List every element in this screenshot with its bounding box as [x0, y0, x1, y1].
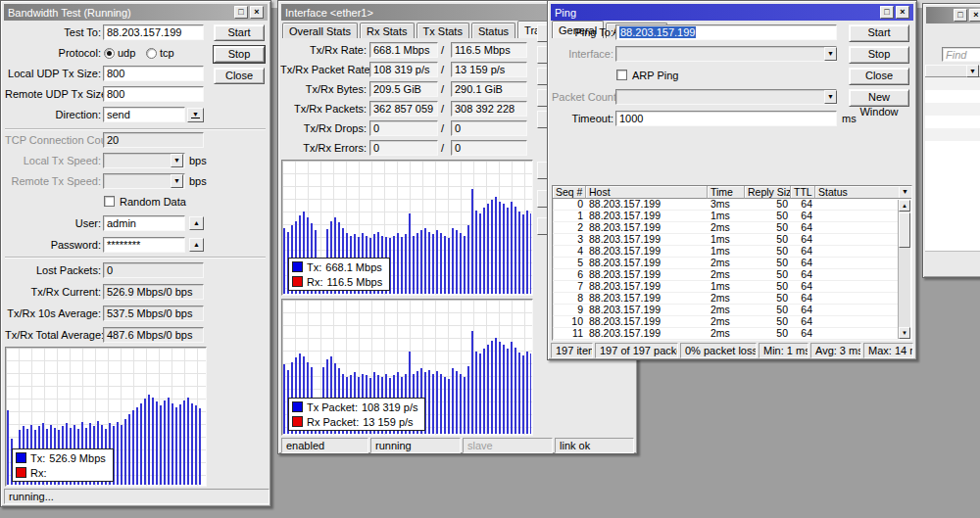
udp-radio[interactable]: [104, 48, 115, 59]
ping-result-row[interactable]: 988.203.157.1992ms5064: [553, 305, 899, 316]
ping-start-button[interactable]: Start: [849, 24, 909, 42]
ping-result-row[interactable]: 688.203.157.1992ms5064: [553, 269, 899, 281]
ping-cell: 2ms: [708, 328, 745, 339]
ping-cell: 50: [745, 234, 791, 245]
close-icon[interactable]: ×: [250, 6, 264, 19]
col-reply-size[interactable]: Reply Size: [745, 186, 791, 199]
table-header: Seq # / Host Time Reply Size TTL Status …: [553, 186, 911, 199]
vertical-scrollbar[interactable]: ▲ ▼: [898, 200, 910, 339]
maximize-icon[interactable]: □: [880, 6, 894, 19]
arp-ping-checkbox[interactable]: [616, 70, 627, 80]
ping-cell: 88.203.157.199: [586, 199, 708, 210]
remote-bps-label: bps: [189, 173, 207, 189]
ping-result-row[interactable]: 288.203.157.1992ms5064: [553, 222, 899, 234]
user-expand-icon[interactable]: ▲: [189, 216, 204, 230]
start-button[interactable]: Start: [214, 24, 265, 41]
column-filter-icon[interactable]: ▼: [899, 186, 911, 199]
new-window-button[interactable]: New Window: [849, 89, 909, 107]
ms-label: ms: [842, 111, 857, 126]
remote-udp-tx-size-input[interactable]: 800: [103, 86, 204, 102]
scrollbar-thumb[interactable]: [899, 212, 910, 248]
maximize-icon[interactable]: □: [954, 9, 967, 22]
tab-tx-stats[interactable]: Tx Stats: [416, 23, 469, 38]
direction-dropdown-icon[interactable]: ▼: [187, 108, 204, 122]
close-icon[interactable]: ×: [896, 6, 909, 19]
status-text: running...: [4, 489, 270, 504]
ping-result-row[interactable]: 188.203.157.1991ms5064: [553, 211, 899, 222]
ping-result-row[interactable]: 788.203.157.1991ms5064: [553, 281, 899, 293]
tx-legend-label: Tx:: [30, 452, 45, 464]
ping-cell: [815, 281, 899, 292]
ping-cell: 50: [745, 211, 791, 221]
ping-cell: 0: [553, 199, 586, 210]
close-button[interactable]: Close: [214, 68, 265, 84]
txrx-total-average-label: Tx/Rx Total Average:: [5, 327, 101, 343]
col-seq[interactable]: Seq # /: [553, 186, 586, 199]
test-to-input[interactable]: 88.203.157.199: [103, 24, 204, 40]
tx-legend-label: Tx Packet:: [307, 401, 358, 413]
ping-titlebar[interactable]: Ping □ ×: [551, 4, 913, 21]
password-input[interactable]: ********: [103, 237, 185, 253]
tx-legend-value: 108 319 p/s: [362, 401, 418, 413]
test-to-label: Test To:: [5, 24, 101, 40]
side-list-area[interactable]: [925, 77, 980, 251]
ping-stop-button[interactable]: Stop: [849, 46, 909, 64]
password-expand-icon[interactable]: ▲: [189, 238, 204, 252]
ping-to-input[interactable]: 88.203.157.199: [615, 24, 837, 40]
status-enabled: enabled: [281, 438, 368, 453]
timeout-input[interactable]: 1000: [615, 111, 837, 126]
packet-count-dropdown-icon[interactable]: ▼: [824, 90, 837, 104]
ping-results-table: Seq # / Host Time Reply Size TTL Status …: [552, 185, 912, 341]
ping-result-row[interactable]: 888.203.157.1992ms5064: [553, 293, 899, 305]
ping-cell: 88.203.157.199: [586, 293, 708, 304]
rx-legend-label: Rx Packet:: [307, 416, 359, 428]
ping-cell: 64: [791, 211, 815, 221]
bandwidth-titlebar[interactable]: Bandwidth Test (Running) □ ×: [4, 4, 268, 21]
maximize-icon[interactable]: □: [234, 6, 248, 19]
ping-close-button[interactable]: Close: [849, 68, 909, 85]
tab-rx-stats[interactable]: Rx Stats: [360, 23, 415, 38]
interface-statusbar: enabled running slave link ok: [281, 438, 634, 453]
ping-cell: 88.203.157.199: [586, 258, 708, 268]
rx-legend-label: Rx:: [307, 276, 323, 288]
tab-status[interactable]: Status: [471, 23, 515, 38]
rx-packets-value: 308 392 228: [451, 101, 527, 117]
ping-result-row[interactable]: 488.203.157.1991ms5064: [553, 246, 899, 258]
side-filter-icon[interactable]: ▼: [966, 65, 979, 77]
tab-overall-stats[interactable]: Overall Stats: [282, 23, 358, 38]
timeout-label: Timeout:: [552, 111, 613, 126]
rx-legend-label: Rx:: [30, 467, 47, 479]
ping-result-row[interactable]: 1188.203.157.1992ms5064: [553, 328, 899, 340]
txrx-current-value: 526.9 Mbps/0 bps: [103, 284, 204, 300]
local-udp-tx-size-input[interactable]: 800: [103, 66, 204, 81]
ping-window: Ping □ × General Advanced Ping To: 88.20…: [547, 0, 917, 360]
tcp-radio[interactable]: [146, 48, 157, 59]
find-input[interactable]: Find: [942, 47, 980, 62]
ping-cell: 3: [553, 234, 586, 245]
window-title: Bandwidth Test (Running): [8, 7, 232, 19]
side-window-titlebar[interactable]: □ ×: [926, 7, 980, 24]
ping-result-row[interactable]: 388.203.157.1991ms5064: [553, 234, 899, 246]
user-input[interactable]: admin: [103, 215, 185, 231]
bandwidth-test-window: Bandwidth Test (Running) □ × Test To: 88…: [0, 0, 271, 507]
ping-cell: [815, 305, 899, 315]
ping-result-row[interactable]: 088.203.157.1993ms5064: [553, 199, 899, 211]
scroll-up-icon[interactable]: ▲: [899, 200, 910, 212]
ping-result-row[interactable]: 588.203.157.1992ms5064: [553, 258, 899, 269]
stop-button[interactable]: Stop: [214, 46, 265, 63]
col-host[interactable]: Host: [586, 186, 708, 199]
col-time[interactable]: Time: [708, 186, 745, 199]
ping-cell: 2ms: [708, 258, 745, 268]
col-status[interactable]: Status: [815, 186, 899, 199]
scroll-down-icon[interactable]: ▼: [899, 327, 910, 339]
rx-swatch-icon: [292, 416, 303, 427]
ping-result-row[interactable]: 1088.203.157.1992ms5064: [553, 316, 899, 328]
col-ttl[interactable]: TTL: [791, 186, 815, 199]
direction-select[interactable]: send: [103, 107, 185, 122]
ping-cell: 2: [553, 222, 586, 233]
close-icon[interactable]: ×: [969, 9, 980, 22]
ping-cell: 50: [745, 293, 791, 304]
random-data-checkbox[interactable]: [104, 196, 115, 207]
local-tx-speed-dropdown-icon: ▼: [171, 154, 183, 167]
interface-dropdown-icon[interactable]: ▼: [824, 47, 837, 61]
